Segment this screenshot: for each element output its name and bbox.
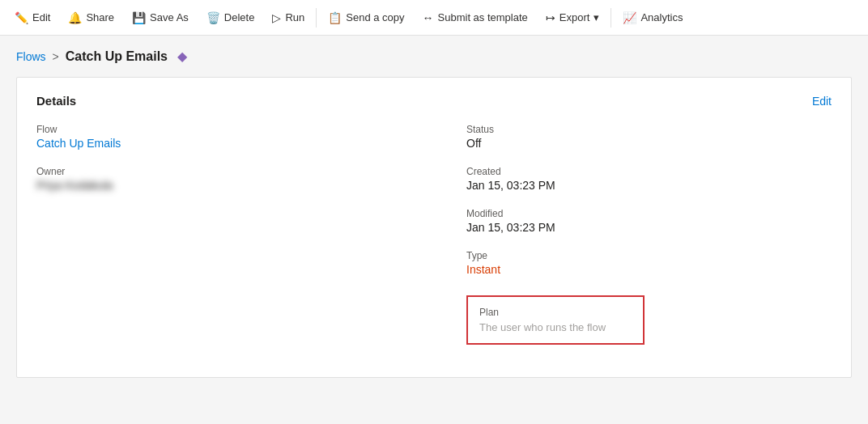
type-label: Type xyxy=(466,250,832,261)
modified-label: Modified xyxy=(466,208,832,219)
status-value: Off xyxy=(466,137,832,150)
created-group: Created Jan 15, 03:23 PM xyxy=(466,166,832,192)
share-icon: 🔔 xyxy=(68,11,82,24)
submit-template-button[interactable]: ↔ Submit as template xyxy=(415,6,536,29)
breadcrumb: Flows > Catch Up Emails ◆ xyxy=(0,36,868,70)
flow-group: Flow Catch Up Emails xyxy=(36,124,402,150)
details-header: Details Edit xyxy=(36,94,832,108)
main-content: Details Edit Flow Catch Up Emails Owner … xyxy=(0,70,868,394)
status-group: Status Off xyxy=(466,124,832,150)
send-copy-button[interactable]: 📋 Send a copy xyxy=(320,6,412,29)
analytics-icon: 📈 xyxy=(623,11,636,24)
details-card: Details Edit Flow Catch Up Emails Owner … xyxy=(16,77,852,378)
breadcrumb-current-page: Catch Up Emails xyxy=(66,49,168,64)
breadcrumb-flows-link[interactable]: Flows xyxy=(16,50,46,63)
owner-label: Owner xyxy=(36,166,402,177)
modified-group: Modified Jan 15, 03:23 PM xyxy=(466,208,832,234)
plan-box: Plan The user who runs the flow xyxy=(466,295,645,345)
export-icon: ↦ xyxy=(546,11,555,24)
owner-value: Priya Kodakula xyxy=(36,179,402,192)
status-label: Status xyxy=(466,124,832,135)
export-button[interactable]: ↦ Export ▾ xyxy=(538,6,608,29)
diamond-icon: ◆ xyxy=(177,49,187,64)
delete-icon: 🗑️ xyxy=(206,11,220,24)
toolbar: ✏️ Edit 🔔 Share 💾 Save As 🗑️ Delete ▷ Ru… xyxy=(0,0,868,36)
breadcrumb-separator: > xyxy=(53,50,59,63)
edit-button[interactable]: ✏️ Edit xyxy=(6,6,58,29)
edit-icon: ✏️ xyxy=(15,11,28,24)
details-title: Details xyxy=(36,94,76,108)
type-group: Type Instant xyxy=(466,250,832,276)
plan-value: The user who runs the flow xyxy=(479,321,632,333)
created-label: Created xyxy=(466,166,832,177)
save-as-icon: 💾 xyxy=(132,11,146,24)
share-button[interactable]: 🔔 Share xyxy=(60,6,122,29)
separator-1 xyxy=(316,8,317,28)
send-copy-icon: 📋 xyxy=(328,11,342,24)
modified-value: Jan 15, 03:23 PM xyxy=(466,221,832,234)
flow-label: Flow xyxy=(36,124,402,135)
run-icon: ▷ xyxy=(272,11,281,24)
save-as-button[interactable]: 💾 Save As xyxy=(124,6,197,29)
flow-value[interactable]: Catch Up Emails xyxy=(36,137,402,150)
details-right: Status Off Created Jan 15, 03:23 PM Modi… xyxy=(434,124,832,361)
delete-button[interactable]: 🗑️ Delete xyxy=(198,6,263,29)
run-button[interactable]: ▷ Run xyxy=(264,6,313,29)
analytics-button[interactable]: 📈 Analytics xyxy=(615,6,691,29)
details-left: Flow Catch Up Emails Owner Priya Kodakul… xyxy=(36,124,434,361)
details-edit-link[interactable]: Edit xyxy=(812,95,832,108)
separator-2 xyxy=(611,8,611,28)
owner-group: Owner Priya Kodakula xyxy=(36,166,402,192)
details-grid: Flow Catch Up Emails Owner Priya Kodakul… xyxy=(36,124,832,361)
plan-group: Plan The user who runs the flow xyxy=(466,292,832,345)
type-value: Instant xyxy=(466,263,832,276)
created-value: Jan 15, 03:23 PM xyxy=(466,179,832,192)
submit-template-icon: ↔ xyxy=(423,11,434,24)
plan-label: Plan xyxy=(479,307,632,318)
export-dropdown-icon: ▾ xyxy=(594,11,599,23)
